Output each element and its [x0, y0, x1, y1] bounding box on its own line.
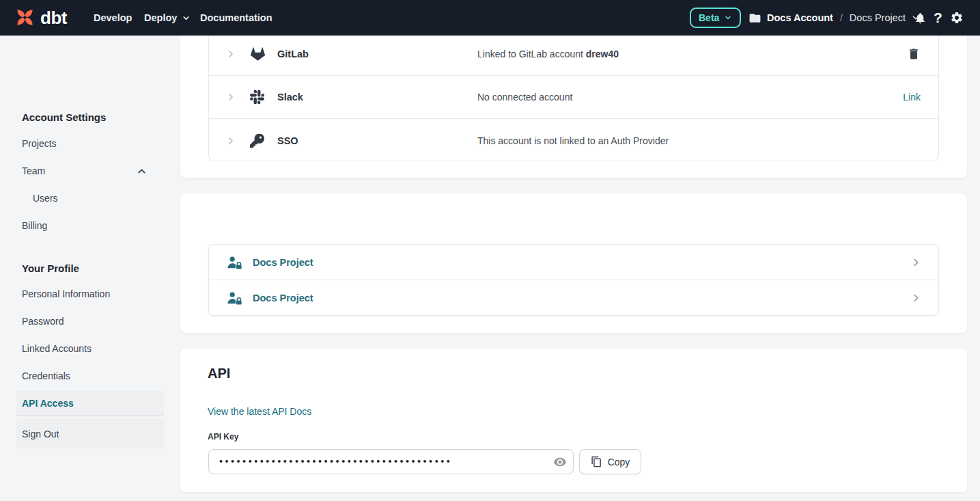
breadcrumb: Docs Account / Docs Project [748, 0, 921, 36]
table-row-slack[interactable]: Slack No connected account Link [209, 76, 938, 119]
chevron-right-icon[interactable] [225, 49, 236, 59]
user-lock-icon [227, 290, 242, 306]
chevron-down-icon [724, 14, 732, 22]
chevron-right-icon[interactable] [225, 92, 236, 103]
sidebar-section-account-settings: Account Settings [22, 111, 106, 123]
sidebar-item-label: Sign Out [22, 429, 59, 439]
chevron-right-icon[interactable] [910, 256, 922, 268]
sidebar-item-sign-out[interactable]: Sign Out [16, 419, 164, 448]
notifications-button[interactable] [914, 0, 927, 36]
provider-name: GitLab [277, 49, 309, 59]
status-text: Linked to GitLab account [477, 49, 583, 59]
chevron-right-icon[interactable] [225, 135, 236, 146]
dbt-logo-icon [14, 7, 36, 28]
chevron-down-icon [182, 14, 191, 23]
table-row-gitlab[interactable]: GitLab Linked to GitLab account drew40 [209, 33, 938, 76]
status-account-name: drew40 [586, 49, 619, 59]
row-action: Link [903, 92, 921, 103]
nav-item-deploy[interactable]: Deploy [144, 0, 191, 36]
api-title: API [208, 366, 230, 381]
credential-row[interactable]: Docs Project [209, 245, 938, 280]
delete-button[interactable] [907, 47, 921, 61]
provider-status: No connected account [477, 92, 572, 103]
dbt-logo-text: dbt [40, 9, 67, 27]
credential-project-link[interactable]: Docs Project [253, 293, 313, 303]
key-icon [250, 133, 264, 148]
beta-label: Beta [699, 12, 719, 23]
dbt-logo[interactable]: dbt [14, 7, 67, 28]
sidebar-item-linked-accounts[interactable]: Linked Accounts [22, 343, 92, 354]
provider-name: SSO [277, 135, 298, 146]
credentials-table: Docs Project Docs Project [208, 244, 939, 316]
nav-item-label: Documentation [200, 12, 272, 23]
credential-row[interactable]: Docs Project [209, 280, 938, 316]
row-action [907, 47, 921, 61]
sidebar-item-credentials[interactable]: Credentials [22, 370, 70, 381]
settings-button[interactable] [950, 0, 964, 36]
user-lock-icon [227, 254, 242, 270]
provider-status: This account is not linked to an Auth Pr… [477, 135, 669, 146]
slack-icon [250, 90, 264, 105]
nav-item-label: Deploy [144, 12, 177, 23]
beta-dropdown[interactable]: Beta [690, 8, 741, 28]
sidebar-item-api-access[interactable]: API Access [16, 391, 164, 416]
credentials-card: Credentials Docs Project [180, 193, 967, 333]
nav-item-develop[interactable]: Develop [94, 0, 132, 36]
nav-item-label: Develop [94, 12, 132, 23]
gear-icon [950, 11, 964, 25]
nav-item-documentation[interactable]: Documentation [200, 0, 272, 36]
gitlab-icon [250, 46, 266, 62]
dbt-cloud-settings-screen: GitLab Linked to GitLab account drew40 [0, 0, 980, 501]
breadcrumb-project[interactable]: Docs Project [850, 12, 906, 23]
sidebar-item-team[interactable]: Team [22, 165, 45, 176]
linked-accounts-table: GitLab Linked to GitLab account drew40 [208, 32, 939, 161]
chevron-up-icon[interactable] [136, 165, 148, 180]
top-navbar: dbt Develop Deploy Documentation Beta Do… [0, 0, 980, 36]
show-key-eye-icon[interactable] [553, 455, 567, 469]
folder-icon [748, 12, 761, 25]
question-mark-icon: ? [934, 10, 942, 26]
sidebar-item-billing[interactable]: Billing [22, 220, 47, 231]
api-docs-link[interactable]: View the latest API Docs [208, 406, 311, 417]
sidebar-section-your-profile: Your Profile [22, 262, 79, 274]
chevron-right-icon[interactable] [910, 293, 922, 304]
api-card: API View the latest API Docs API Key Cop… [180, 349, 967, 492]
api-key-input[interactable] [208, 449, 574, 474]
settings-sidebar: Account Settings Projects Team Users Bil… [0, 36, 180, 501]
sidebar-item-label: API Access [22, 398, 74, 409]
copy-icon [591, 456, 602, 468]
sidebar-item-projects[interactable]: Projects [22, 138, 57, 149]
help-button[interactable]: ? [934, 0, 942, 36]
sidebar-item-password[interactable]: Password [22, 316, 64, 327]
copy-button[interactable]: Copy [579, 449, 641, 474]
copy-button-label: Copy [608, 457, 630, 468]
breadcrumb-separator: / [839, 12, 844, 23]
provider-status: Linked to GitLab account drew40 [477, 49, 619, 59]
table-row-sso[interactable]: SSO This account is not linked to an Aut… [209, 119, 938, 162]
bell-icon [914, 12, 927, 25]
sidebar-item-personal-information[interactable]: Personal Information [22, 288, 110, 299]
api-key-field-wrap [208, 449, 574, 474]
sidebar-item-users[interactable]: Users [33, 193, 58, 204]
breadcrumb-account[interactable]: Docs Account [767, 12, 833, 23]
credential-project-link[interactable]: Docs Project [253, 257, 313, 268]
api-key-label: API Key [208, 432, 238, 442]
provider-name: Slack [277, 92, 303, 103]
link-account-button[interactable]: Link [903, 92, 921, 103]
